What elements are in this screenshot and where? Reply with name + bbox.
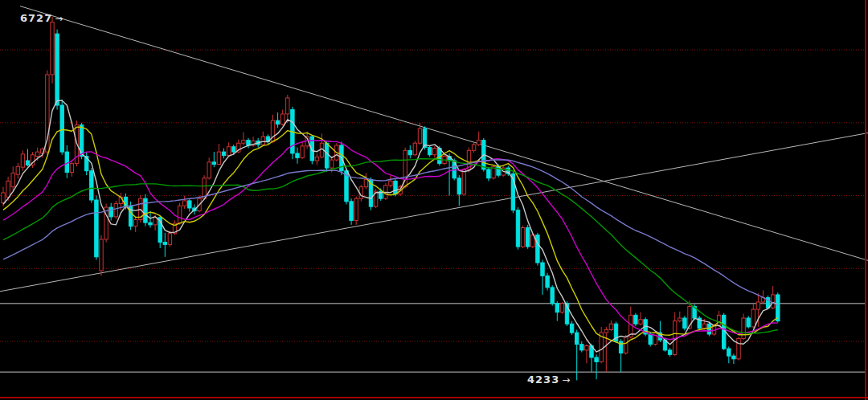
- candle-122: [600, 327, 603, 363]
- candle-body-down: [296, 153, 299, 157]
- chart-canvas[interactable]: [0, 0, 868, 400]
- candle-29: [144, 194, 147, 227]
- candle-110: [541, 259, 544, 295]
- candle-119: [585, 345, 588, 364]
- candle-body-down: [408, 150, 411, 154]
- candle-153: [751, 304, 755, 329]
- candle-body-up: [100, 239, 103, 271]
- candle-body-up: [418, 129, 421, 143]
- candle-body-up: [183, 201, 186, 206]
- candle-56: [276, 112, 279, 128]
- candle-53: [261, 132, 264, 146]
- candle-body-up: [521, 227, 524, 247]
- candle-body-down: [163, 243, 166, 245]
- candle-127: [624, 335, 628, 355]
- candle-44: [217, 144, 220, 165]
- candle-125: [614, 322, 617, 343]
- candle-38: [188, 198, 191, 211]
- candle-61: [301, 141, 304, 159]
- candle-83: [408, 145, 411, 158]
- candle-body-up: [609, 324, 612, 329]
- candle-19: [95, 196, 98, 260]
- candle-112: [551, 285, 554, 305]
- candle-body-up: [16, 166, 19, 174]
- candle-body-up: [624, 337, 628, 353]
- candle-51: [252, 137, 255, 147]
- candle-96: [472, 142, 475, 153]
- candle-21: [104, 204, 108, 243]
- candle-body-down: [276, 120, 279, 124]
- candle-37: [183, 196, 186, 209]
- candle-body-down: [487, 169, 490, 178]
- candle-91: [448, 153, 451, 196]
- low-arrow-icon: →: [562, 375, 571, 385]
- candle-body-down: [668, 350, 671, 354]
- candle-72: [354, 196, 358, 224]
- candle-body-up: [261, 137, 264, 145]
- candlestick-chart[interactable]: 6727 → 4233 →: [0, 0, 868, 400]
- candle-body-down: [247, 141, 250, 145]
- candle-body-up: [742, 318, 745, 338]
- candle-body-up: [6, 181, 10, 197]
- candle-body-down: [747, 318, 750, 327]
- candle-123: [604, 327, 608, 372]
- candle-body-down: [394, 181, 397, 194]
- candle-body-up: [413, 143, 416, 155]
- candle-99: [487, 167, 490, 181]
- candle-body-down: [570, 324, 573, 333]
- candle-body-up: [702, 324, 706, 328]
- candle-3: [16, 163, 19, 179]
- candle-28: [139, 195, 142, 222]
- candle-14: [70, 160, 73, 177]
- candle-body-down: [65, 152, 68, 172]
- candle-6: [31, 152, 34, 168]
- candle-109: [536, 233, 539, 266]
- candle-body-up: [772, 295, 775, 308]
- candle-106: [521, 226, 524, 248]
- candle-body-up: [114, 204, 117, 217]
- candle-body-down: [727, 349, 731, 356]
- candle-body-down: [555, 304, 559, 312]
- candle-body-down: [776, 295, 780, 321]
- candle-body-down: [95, 200, 98, 257]
- candle-body-down: [536, 235, 539, 263]
- candle-body-up: [678, 318, 682, 321]
- candle-27: [134, 217, 137, 232]
- high-price-label: 6727 →: [20, 13, 63, 23]
- candle-body-down: [109, 207, 113, 217]
- candle-30: [149, 211, 152, 228]
- candle-107: [526, 225, 530, 249]
- candle-18: [90, 168, 93, 203]
- candle-body-down: [325, 143, 328, 168]
- candle-body-up: [203, 178, 206, 198]
- candle-body-down: [575, 333, 579, 345]
- candle-body-up: [389, 181, 392, 185]
- candle-body-up: [433, 149, 436, 155]
- candle-136: [668, 348, 671, 357]
- candle-20: [100, 235, 103, 276]
- candle-58: [286, 95, 289, 123]
- candle-body-down: [232, 147, 235, 152]
- candle-157: [772, 286, 775, 309]
- candle-42: [207, 157, 211, 179]
- candle-body-down: [188, 201, 191, 208]
- candle-body-up: [585, 345, 588, 349]
- ma-line-5: [3, 100, 778, 352]
- candle-body-up: [51, 22, 54, 75]
- candle-66: [325, 141, 328, 171]
- candle-body-down: [457, 178, 461, 194]
- candle-71: [350, 198, 353, 225]
- candle-body-up: [364, 180, 367, 187]
- candle-45: [222, 149, 225, 159]
- candle-138: [678, 312, 682, 323]
- candle-body-up: [36, 152, 39, 156]
- candle-body-up: [354, 198, 358, 220]
- low-price-label: 4233 →: [527, 374, 571, 385]
- candle-88: [433, 146, 436, 158]
- candle-111: [546, 273, 549, 291]
- candle-152: [747, 316, 750, 328]
- candle-100: [492, 165, 495, 179]
- candle-130: [639, 312, 642, 325]
- candle-body-down: [90, 171, 93, 200]
- candle-body-down: [649, 334, 652, 345]
